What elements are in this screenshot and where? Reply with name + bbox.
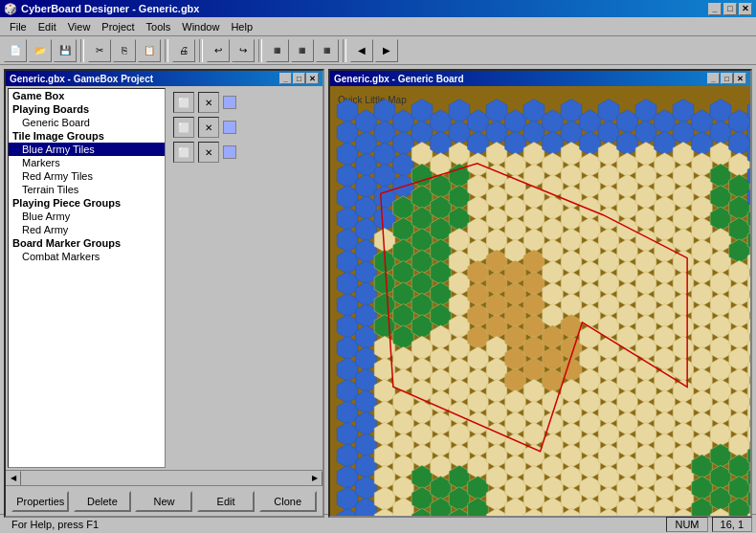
tree-item-tile-image-groups[interactable]: Tile Image Groups [9, 129, 165, 143]
toolbar-sep-3 [199, 39, 203, 62]
toolbar: 📄 📂 💾 ✂ ⎘ 📋 🖨 ↩ ↪ ▦ ▦ ▦ ◀ ▶ [0, 36, 756, 65]
scroll-left-btn[interactable]: ◀ [6, 471, 21, 486]
undo-button[interactable]: ↩ [207, 39, 230, 62]
project-footer: Properties Delete New Edit Clone [6, 485, 322, 516]
app-title: CyberBoard Designer - Generic.gbx [21, 3, 199, 14]
scroll-track[interactable] [21, 471, 307, 486]
tree-item-gamebox[interactable]: Game Box [9, 89, 165, 102]
color-swatch-3 [223, 145, 236, 159]
project-title-bar: Generic.gbx - GameBox Project _ □ ✕ [6, 71, 322, 86]
tree-item-board-marker-groups[interactable]: Board Marker Groups [9, 236, 165, 250]
right-icon-panel: ⬜ ✕ ⬜ ✕ ⬜ ✕ [169, 88, 321, 468]
hex-canvas [330, 86, 750, 516]
toolbar-sep-1 [80, 39, 84, 62]
board-maximize-btn[interactable]: □ [721, 73, 733, 84]
minimize-button[interactable]: _ [708, 3, 722, 15]
board-title: Generic.gbx - Generic Board [334, 74, 464, 84]
board-minimize-btn[interactable]: _ [707, 73, 720, 84]
paste-button[interactable]: 📋 [138, 39, 161, 62]
project-minimize-btn[interactable]: _ [279, 73, 292, 84]
scroll-right-btn[interactable]: ▶ [307, 471, 322, 486]
color-swatch-2 [223, 121, 236, 134]
copy-button[interactable]: ⎘ [113, 39, 136, 62]
close-button[interactable]: ✕ [739, 3, 752, 15]
menu-project[interactable]: Project [96, 19, 140, 34]
cut-button[interactable]: ✂ [88, 39, 111, 62]
new-button[interactable]: 📄 [4, 39, 27, 62]
delete-button[interactable]: Delete [74, 491, 131, 512]
icon-row-3: ⬜ ✕ [173, 142, 317, 163]
tree-item-generic-board[interactable]: Generic Board [9, 116, 165, 129]
tb-btn-7[interactable]: ▦ [316, 39, 339, 62]
app-title-bar: 🎲 CyberBoard Designer - Generic.gbx _ □ … [0, 0, 756, 17]
project-close-btn[interactable]: ✕ [306, 73, 319, 84]
board-canvas: Quick Little Map [330, 86, 750, 516]
tree-item-blue-army-tiles[interactable]: Blue Army Tiles [9, 143, 165, 156]
coords-indicator: 16, 1 [712, 517, 752, 532]
menu-tools[interactable]: Tools [141, 19, 177, 34]
open-button[interactable]: 📂 [29, 39, 52, 62]
project-maximize-btn[interactable]: □ [293, 73, 305, 84]
clone-button[interactable]: Clone [259, 491, 317, 512]
tile-icon-4[interactable]: ✕ [198, 117, 219, 138]
maximize-button[interactable]: □ [723, 3, 737, 15]
app-icon: 🎲 [4, 3, 17, 15]
tb-btn-9[interactable]: ▶ [375, 39, 398, 62]
tb-btn-5[interactable]: ▦ [266, 39, 289, 62]
tb-btn-6[interactable]: ▦ [291, 39, 314, 62]
menu-edit[interactable]: Edit [33, 19, 62, 34]
toolbar-sep-5 [343, 39, 346, 62]
new-item-button[interactable]: New [135, 491, 192, 512]
board-window: Generic.gbx - Generic Board _ □ ✕ Quick … [328, 69, 752, 518]
project-title: Generic.gbx - GameBox Project [10, 74, 153, 84]
edit-button[interactable]: Edit [197, 491, 255, 512]
tile-icon-5[interactable]: ⬜ [173, 142, 194, 163]
help-text: For Help, press F1 [4, 519, 106, 530]
tile-icon-6[interactable]: ✕ [198, 142, 219, 163]
tree-item-red-army[interactable]: Red Army [9, 223, 165, 236]
toolbar-sep-4 [258, 39, 262, 62]
main-area: Generic.gbx - GameBox Project _ □ ✕ Game… [0, 65, 756, 514]
menu-help[interactable]: Help [225, 19, 258, 34]
properties-button[interactable]: Properties [11, 491, 69, 512]
color-swatch-1 [223, 96, 236, 109]
menu-window[interactable]: Window [176, 19, 225, 34]
print-button[interactable]: 🖨 [172, 39, 195, 62]
menu-view[interactable]: View [62, 19, 97, 34]
tile-icon-2[interactable]: ✕ [198, 92, 219, 113]
tree-item-playing-piece-groups[interactable]: Playing Piece Groups [9, 196, 165, 210]
board-close-btn[interactable]: ✕ [734, 73, 746, 84]
icon-row-1: ⬜ ✕ [173, 92, 317, 113]
tree-item-playing-boards[interactable]: Playing Boards [9, 102, 165, 116]
menu-bar: File Edit View Project Tools Window Help [0, 17, 756, 36]
project-content: Game Box Playing Boards Generic Board Ti… [6, 86, 322, 470]
board-title-bar: Generic.gbx - Generic Board _ □ ✕ [330, 71, 750, 86]
tree-item-blue-army[interactable]: Blue Army [9, 210, 165, 223]
tree-item-red-army-tiles[interactable]: Red Army Tiles [9, 169, 165, 183]
tb-btn-8[interactable]: ◀ [350, 39, 373, 62]
icon-row-2: ⬜ ✕ [173, 117, 317, 138]
redo-button[interactable]: ↪ [232, 39, 255, 62]
menu-file[interactable]: File [4, 19, 33, 34]
num-indicator: NUM [666, 517, 707, 532]
h-scrollbar[interactable]: ◀ ▶ [6, 470, 322, 485]
toolbar-sep-2 [165, 39, 168, 62]
tree-item-terrain-tiles[interactable]: Terrain Tiles [9, 183, 165, 196]
save-button[interactable]: 💾 [54, 39, 77, 62]
tile-icon-3[interactable]: ⬜ [173, 117, 194, 138]
project-window: Generic.gbx - GameBox Project _ □ ✕ Game… [4, 69, 324, 518]
project-tree[interactable]: Game Box Playing Boards Generic Board Ti… [8, 88, 166, 468]
tile-icon-1[interactable]: ⬜ [173, 92, 194, 113]
tree-item-markers[interactable]: Markers [9, 156, 165, 169]
tree-item-combat-markers[interactable]: Combat Markers [9, 250, 165, 263]
